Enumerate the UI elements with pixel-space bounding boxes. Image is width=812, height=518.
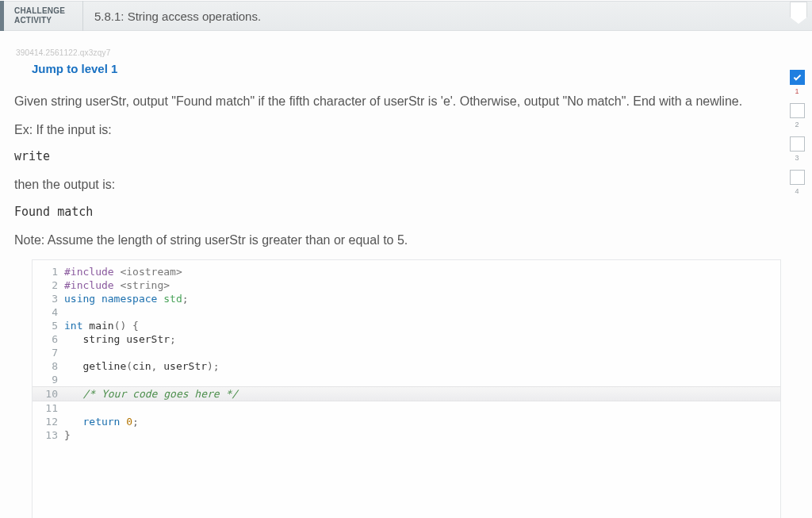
line-number: 9: [33, 373, 64, 386]
line-number: 11: [33, 401, 64, 415]
line-number: 6: [33, 332, 64, 346]
code-text[interactable]: #include <iostream>: [64, 265, 182, 278]
step-number: 4: [795, 187, 799, 195]
step-box-1[interactable]: [790, 70, 805, 85]
line-number: 8: [33, 359, 64, 373]
step-number: 3: [795, 154, 799, 162]
step-number: 2: [795, 121, 799, 129]
check-icon: [792, 72, 802, 82]
example-output-label: then the output is:: [14, 176, 763, 194]
code-line[interactable]: 12 return 0;: [33, 415, 780, 428]
challenge-badge: CHALLENGE ACTIVITY: [0, 6, 82, 25]
example-input: write: [14, 149, 763, 163]
code-line[interactable]: 2#include <string>: [33, 278, 780, 292]
meta-id: 390414.2561122.qx3zqy7: [16, 48, 763, 57]
code-text[interactable]: using namespace std;: [64, 292, 189, 305]
header-divider: [82, 1, 83, 31]
code-line[interactable]: 8 getline(cin, userStr);: [33, 359, 780, 373]
line-number: 10: [33, 387, 64, 401]
problem-note: Note: Assume the length of string userSt…: [14, 232, 763, 249]
line-number: 3: [33, 292, 64, 305]
code-line[interactable]: 1#include <iostream>: [33, 265, 780, 278]
code-text[interactable]: }: [64, 428, 71, 442]
example-output: Found match: [14, 205, 763, 219]
code-line[interactable]: 7: [33, 346, 780, 359]
badge-line1: CHALLENGE: [14, 6, 82, 16]
problem-description: Given string userStr, output "Found matc…: [14, 93, 763, 110]
code-text[interactable]: return 0;: [64, 415, 139, 428]
code-text[interactable]: string userStr;: [64, 332, 176, 346]
code-line[interactable]: 11: [33, 401, 780, 415]
code-text[interactable]: getline(cin, userStr);: [64, 359, 220, 373]
challenge-title: 5.8.1: String access operations.: [94, 10, 261, 23]
challenge-header: CHALLENGE ACTIVITY 5.8.1: String access …: [0, 1, 812, 31]
code-line[interactable]: 4: [33, 305, 780, 319]
code-line[interactable]: 6 string userStr;: [33, 332, 780, 346]
step-box-4[interactable]: [790, 170, 805, 185]
code-line[interactable]: 9: [33, 373, 780, 386]
line-number: 5: [33, 319, 64, 332]
header-accent: [0, 1, 4, 31]
step-number: 1: [795, 87, 799, 95]
line-number: 1: [33, 265, 64, 278]
level-steps: 1234: [788, 70, 806, 203]
code-line[interactable]: 5int main() {: [33, 319, 780, 332]
code-text[interactable]: #include <string>: [64, 278, 170, 292]
line-number: 12: [33, 415, 64, 428]
code-text[interactable]: /* Your code goes here */: [64, 387, 238, 401]
code-text[interactable]: int main() {: [64, 319, 139, 332]
step-box-2[interactable]: [790, 103, 805, 118]
code-line[interactable]: 10 /* Your code goes here */: [33, 386, 780, 401]
jump-to-level-link[interactable]: Jump to level 1: [32, 62, 763, 75]
example-input-label: Ex: If the input is:: [14, 121, 763, 139]
line-number: 7: [33, 346, 64, 359]
line-number: 2: [33, 278, 64, 292]
code-editor[interactable]: 1#include <iostream>2#include <string>3u…: [32, 259, 781, 518]
badge-line2: ACTIVITY: [14, 16, 82, 25]
main-content: 390414.2561122.qx3zqy7 Jump to level 1 G…: [0, 48, 777, 518]
line-number: 13: [33, 428, 64, 442]
code-line[interactable]: 3using namespace std;: [33, 292, 780, 305]
step-box-3[interactable]: [790, 136, 805, 152]
code-line[interactable]: 13}: [33, 428, 780, 442]
line-number: 4: [33, 305, 64, 319]
